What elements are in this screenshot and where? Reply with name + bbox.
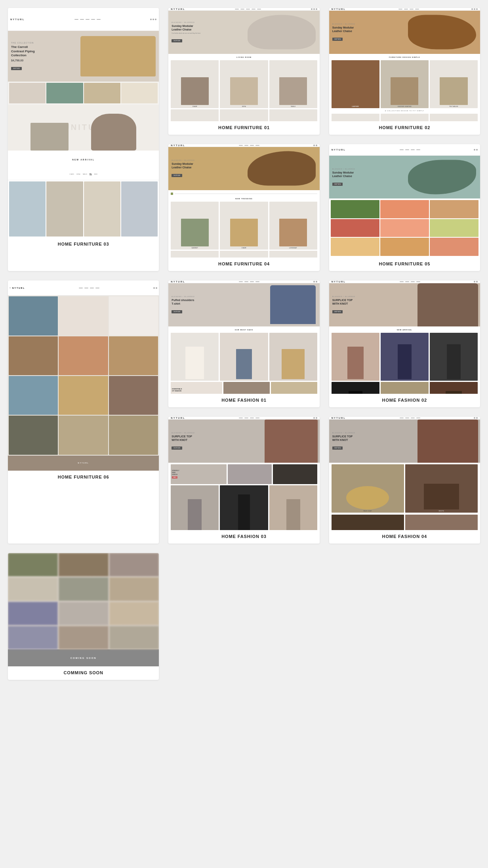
mock-logo: NYTURL: [332, 149, 346, 151]
card-home-furniture-03[interactable]: NYTURL THE COLLECTION The CarrollContras…: [8, 8, 159, 271]
card-label-home-fashion-01: HOME FASHION 01: [168, 394, 319, 407]
mock-accessory-item: FAUX COAT: [332, 464, 404, 513]
mock-hero-image: [248, 15, 316, 50]
mock-dress-label: SPARKLYMINIDRESS: [172, 469, 225, 476]
mock-hero-desc: Cool white whole site are not and they t…: [172, 32, 200, 34]
preview-home-furniture-05: NYTURL BLENDED / BLURRED Sunday ModularL…: [329, 144, 480, 258]
mock-product-item: SOFA: [220, 60, 268, 108]
mock-nav-links: [74, 19, 101, 20]
card-home-fashion-02[interactable]: NYTURL BLENDED / BLURRED SURPLICE TOPWIT…: [329, 280, 480, 407]
mock-fashion-item: [171, 485, 219, 530]
mock-product-grid-2: [332, 114, 478, 121]
mock-nav-links: [235, 9, 261, 10]
mock-hero: BLENDED / BLURRED SURPLICE TOPWITH KNOT …: [329, 420, 480, 463]
mock-fashion-item: [430, 333, 478, 381]
card-home-furniture-06[interactable]: NYTURL: [8, 280, 159, 544]
mock-body: LIVING ROOM CHAIR SOFA TABLE: [168, 54, 319, 121]
mosaic-cell-leather-sofa: [59, 376, 108, 415]
card-label-coming-soon: COMMING SOON: [8, 666, 159, 680]
mock-nav: NYTURL: [329, 417, 480, 420]
mock-hero-label: BLENDED / BLURRED: [172, 432, 194, 434]
coming-soon-cell-1: [8, 553, 58, 576]
coming-soon-grid: [8, 553, 159, 649]
coming-soon-cell-9: [109, 602, 159, 625]
mock-dress-image-2: [273, 464, 317, 484]
mock-logo: NYTURL: [10, 18, 25, 21]
mock-hero-label: BLENDED / BLURRED: [172, 21, 200, 23]
mock-footer: NYTURL: [8, 456, 159, 471]
mock-nav: NYTURL: [8, 8, 159, 31]
coming-soon-cell-12: [109, 626, 159, 649]
mock-hero-title: Sunday ModularLeather Chaise: [172, 162, 194, 169]
mock-hero-text: BLENDED / BLURRED Puffed shouldersT-shir…: [172, 296, 194, 314]
mock-mosaic-cell: [380, 219, 429, 237]
mock-mosaic-body: [8, 296, 159, 455]
mock-mosaic-layout: NYTURL: [8, 280, 159, 471]
mock-tab: CHAIRS: [69, 174, 74, 175]
coming-soon-cell-3: [109, 553, 159, 576]
mock-essentials-image-2: [271, 382, 317, 394]
preview-home-furniture-06: NYTURL: [8, 280, 159, 471]
mock-logo: NYTURL: [171, 144, 185, 147]
mock-essentials-image-1: [223, 382, 270, 394]
mock-hero: BLENDED / BLURRED Sunday ModularLeather …: [168, 147, 319, 190]
card-label-home-furniture-06: HOME FURNITURE 06: [8, 471, 159, 484]
mock-fashion-item: [269, 485, 317, 530]
mock-body: FAUX COAT BOOTS: [329, 463, 480, 530]
mock-nav-icons: [313, 417, 317, 419]
mock-fashion-item: [381, 382, 429, 394]
card-home-furniture-04[interactable]: NYTURL BLENDED / BLURRED Sunday ModularL…: [168, 144, 319, 271]
mock-product-grid: [171, 485, 317, 530]
mock-section-title: Furniture Design Simple: [332, 56, 478, 58]
mock-nav: NYTURL: [168, 144, 319, 147]
mock-hero-label: BLENDED / BLURRED: [332, 296, 355, 298]
mosaic-cell-sideboard: [109, 336, 158, 375]
mock-hero-title: Sunday ModularLeather Chaise: [172, 24, 200, 31]
mock-accessory-item: [405, 515, 478, 530]
mock-fashion-item: [381, 333, 429, 381]
mock-fashion-item: [171, 333, 219, 381]
card-home-fashion-03[interactable]: NYTURL BLENDED / BLURRED SURPLICE TOPWIT…: [168, 417, 319, 544]
mock-mosaic-cell: [331, 200, 379, 218]
mosaic-cell-wood-chair: [109, 416, 158, 454]
mock-nav: NYTURL: [329, 144, 480, 156]
card-label-home-fashion-04: HOME FASHION 04: [329, 530, 480, 544]
mock-cta-btn: SHOP NOW: [332, 38, 343, 41]
mock-logo: NYTURL: [12, 287, 25, 289]
mock-accessory-item: [332, 515, 404, 530]
mock-logo: NYTURL: [171, 280, 185, 283]
mock-product-grid: CABINET CHAIR LOVESEAT: [171, 202, 317, 250]
template-grid: NYTURL BLENDED / BLURRED Sunday ModularL…: [8, 8, 480, 680]
mock-hero-text: BLENDED / BLURRED Sunday ModularLeather …: [172, 159, 194, 177]
mock-accessories-grid: FAUX COAT BOOTS: [332, 464, 478, 513]
mock-hero-title: SURPLICE TOPWITH KNOT: [332, 435, 355, 442]
mock-mosaic-cell: [430, 200, 478, 218]
mock-mosaic-cell: [430, 219, 478, 237]
mock-nav-icons: [311, 8, 317, 10]
mock-product-item: [220, 109, 268, 121]
mock-product-item: TABLE: [269, 60, 317, 108]
card-home-furniture-05[interactable]: NYTURL BLENDED / BLURRED Sunday ModularL…: [329, 144, 480, 271]
mock-cta-btn: SHOP NOW: [332, 183, 343, 186]
card-label-home-furniture-05: HOME FURNITURE 05: [329, 258, 480, 271]
mock-nav: NYTURL: [329, 280, 480, 283]
mock-product-item: LOVESEAT: [269, 202, 317, 250]
mock-nav: NYTURL: [168, 280, 319, 283]
mock-nav-links: [239, 418, 259, 418]
mock-nav-icons: [313, 281, 317, 282]
card-label-home-furniture-04: HOME FURNITURE 04: [168, 258, 319, 271]
mock-product-item: [84, 181, 120, 237]
card-home-furniture-01[interactable]: NYTURL BLENDED / BLURRED Sunday ModularL…: [168, 8, 319, 135]
card-home-furniture-02[interactable]: NYTURL BLENDED / BLURRED Sunday ModularL…: [329, 8, 480, 135]
card-coming-soon[interactable]: COMING SOON COMMING SOON: [8, 553, 159, 680]
card-home-fashion-01[interactable]: NYTURL BLENDED / BLURRED Puffed shoulder…: [168, 280, 319, 407]
card-home-fashion-04[interactable]: NYTURL BLENDED / BLURRED SURPLICE TOPWIT…: [329, 417, 480, 544]
mock-hero-title: SURPLICE TOPWITH KNOT: [172, 435, 194, 442]
mock-fashion-item: [269, 333, 317, 381]
mock-mosaic-cell: [331, 219, 379, 237]
mock-essentials-section: ESSENTIALSOF SEASON: [171, 382, 317, 394]
mock-hero-text: BLENDED / BLURRED Sunday ModularLeather …: [172, 21, 200, 43]
mock-essentials-label: ESSENTIALSOF SEASON: [172, 388, 221, 392]
mock-product-item: [269, 251, 317, 258]
mock-product-grid: [332, 333, 478, 381]
